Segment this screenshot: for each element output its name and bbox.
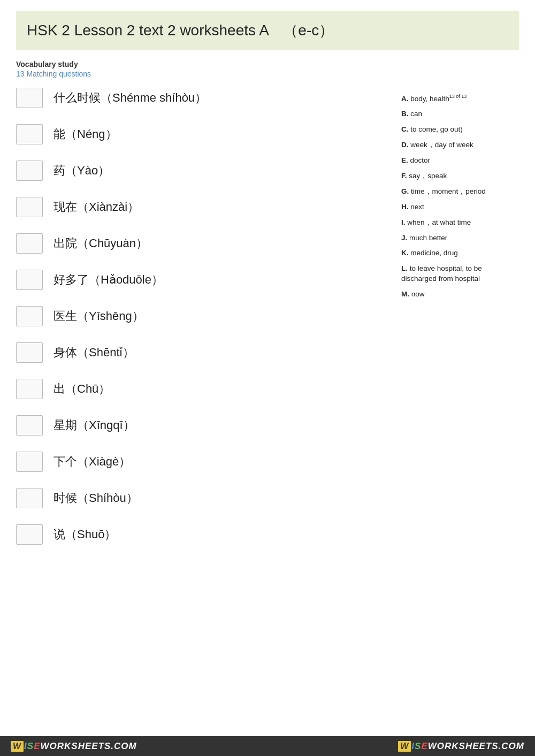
w-icon-right: W	[398, 741, 411, 752]
vocab-term: 星期（Xīngqī）	[54, 417, 135, 433]
vocab-row: 出（Chū）	[16, 379, 391, 399]
vocab-term: 出（Chū）	[54, 381, 110, 397]
answer-box[interactable]	[16, 161, 43, 181]
page-wrapper: HSK 2 Lesson 2 text 2 worksheets A （e-c）…	[0, 0, 535, 593]
match-letter: B.	[401, 110, 409, 118]
answer-box[interactable]	[16, 415, 43, 436]
vocab-row: 医生（Yīshēng）	[16, 306, 391, 326]
vocab-row: 现在（Xiànzài）	[16, 197, 391, 217]
match-letter: C.	[401, 125, 409, 133]
match-letter: D.	[401, 141, 409, 149]
footer-logo-left: WISEWORKSHEETS.COM	[11, 740, 137, 752]
answer-box[interactable]	[16, 379, 43, 399]
match-item: L. to leave hospital, to be discharged f…	[401, 264, 519, 284]
vocab-term: 药（Yào）	[54, 163, 110, 179]
match-item: H. next	[401, 202, 519, 212]
vocab-term: 说（Shuō）	[54, 526, 116, 543]
vocab-row: 出院（Chūyuàn）	[16, 233, 391, 254]
vocab-term: 现在（Xiànzài）	[54, 199, 139, 215]
answer-box[interactable]	[16, 488, 43, 508]
answer-box[interactable]	[16, 342, 43, 363]
footer-logo-text-right: ISEWORKSHEETS.COM	[411, 741, 524, 751]
match-item: B. can	[401, 109, 519, 119]
match-item: D. week，day of week	[401, 140, 519, 150]
w-icon-left: W	[11, 741, 24, 752]
match-item: K. medicine, drug	[401, 248, 519, 258]
answer-box[interactable]	[16, 524, 43, 545]
answer-box[interactable]	[16, 452, 43, 472]
vocab-term: 好多了（Hǎoduōle）	[54, 272, 163, 288]
vocab-row: 身体（Shēntǐ）	[16, 342, 391, 363]
match-item: F. say，speak	[401, 171, 519, 181]
match-letter: M.	[401, 290, 409, 298]
left-column: 什么时候（Shénme shíhòu）能（Néng）药（Yào）现在（Xiànz…	[16, 88, 401, 561]
match-letter: G.	[401, 187, 409, 195]
answer-box[interactable]	[16, 270, 43, 290]
answer-box[interactable]	[16, 306, 43, 326]
vocab-row: 好多了（Hǎoduōle）	[16, 270, 391, 290]
content-area: 什么时候（Shénme shíhòu）能（Néng）药（Yào）现在（Xiànz…	[16, 88, 519, 561]
vocab-term: 什么时候（Shénme shíhòu）	[54, 90, 207, 106]
vocab-row: 下个（Xiàgè）	[16, 452, 391, 472]
match-letter: E.	[401, 156, 408, 164]
footer-logo-text-left: ISEWORKSHEETS.COM	[24, 741, 137, 751]
vocab-row: 什么时候（Shénme shíhòu）	[16, 88, 391, 108]
match-letter: K.	[401, 249, 409, 257]
match-letter: H.	[401, 203, 409, 211]
match-letter: F.	[401, 172, 407, 180]
match-letter: L.	[401, 264, 408, 272]
match-item: J. much better	[401, 233, 519, 243]
section-label: Vocabulary study	[16, 60, 519, 68]
match-letter: J.	[401, 234, 407, 242]
match-item: A. body, health13 of 13	[401, 93, 519, 104]
vocab-term: 出院（Chūyuàn）	[54, 235, 148, 251]
match-item: G. time，moment，period	[401, 187, 519, 197]
vocab-term: 时候（Shíhòu）	[54, 490, 138, 506]
answer-box[interactable]	[16, 233, 43, 254]
vocab-row: 时候（Shíhòu）	[16, 488, 391, 508]
right-column: A. body, health13 of 13B. canC. to come,…	[401, 88, 519, 561]
match-letter: A.	[401, 95, 409, 103]
vocab-term: 下个（Xiàgè）	[54, 454, 131, 470]
vocab-row: 星期（Xīngqī）	[16, 415, 391, 436]
vocab-term: 能（Néng）	[54, 126, 117, 142]
match-item: I. when，at what time	[401, 218, 519, 228]
footer-logo-right: WISEWORKSHEETS.COM	[398, 740, 524, 752]
vocab-term: 医生（Yīshēng）	[54, 308, 144, 324]
match-item: M. now	[401, 289, 519, 300]
answer-box[interactable]	[16, 88, 43, 108]
answer-box[interactable]	[16, 124, 43, 144]
match-item: E. doctor	[401, 156, 519, 166]
vocab-row: 药（Yào）	[16, 161, 391, 181]
vocab-row: 说（Shuō）	[16, 524, 391, 545]
footer: WISEWORKSHEETS.COM WISEWORKSHEETS.COM	[0, 736, 535, 756]
vocab-term: 身体（Shēntǐ）	[54, 345, 135, 361]
title-bar: HSK 2 Lesson 2 text 2 worksheets A （e-c）	[16, 11, 519, 50]
section-sublabel: 13 Matching questions	[16, 70, 519, 78]
section-header: Vocabulary study 13 Matching questions	[16, 60, 519, 78]
match-letter: I.	[401, 218, 406, 226]
page-title: HSK 2 Lesson 2 text 2 worksheets A （e-c）	[27, 20, 508, 41]
match-item: C. to come, go out)	[401, 125, 519, 135]
superscript: 13 of 13	[449, 94, 467, 99]
vocab-row: 能（Néng）	[16, 124, 391, 144]
answer-box[interactable]	[16, 197, 43, 217]
